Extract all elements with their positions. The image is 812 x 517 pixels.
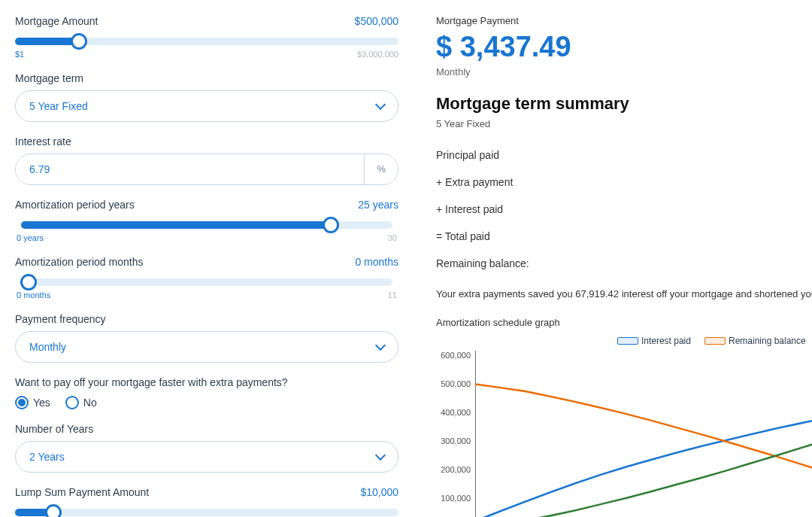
lump-sum-value: $10,000 (360, 486, 398, 498)
amort-years-slider[interactable] (15, 217, 398, 230)
mortgage-term-select[interactable]: 5 Year Fixed (15, 90, 398, 122)
amort-months-label: Amortization period months (15, 256, 143, 268)
payment-freq-select[interactable]: Monthly (15, 331, 398, 363)
num-years-select[interactable]: 2 Years (15, 441, 398, 473)
lump-sum-slider[interactable] (15, 504, 398, 517)
chart-legend: Interest paid Remaining balance Principa… (436, 336, 812, 346)
interest-rate-input[interactable] (16, 154, 364, 184)
summary-subtitle: 5 Year Fixed (436, 118, 812, 129)
num-years-label: Number of Years (15, 423, 93, 435)
amort-months-slider[interactable] (15, 274, 398, 287)
mortgage-amount-label: Mortgage Amount (15, 15, 98, 27)
mortgage-amount-min: $1 (15, 50, 24, 59)
savings-note: Your extra payments saved you 67,919.42 … (436, 287, 812, 302)
row-extra-payment: + Extra payment $ 20,000.00 (436, 169, 812, 196)
summary-title: Mortgage term summary (436, 94, 812, 114)
chart-title: Amortization schedule graph (436, 317, 812, 328)
extra-payments-label: Want to pay off your mortgage faster wit… (15, 376, 288, 388)
interest-rate-label: Interest rate (15, 135, 71, 147)
row-remaining-balance: Remaining balance: $ 428,724.45 (436, 250, 812, 277)
amort-years-label: Amortization period years (15, 199, 135, 211)
payment-freq-label: Payment frequency (15, 313, 106, 325)
mortgage-amount-max: $3,000,000 (357, 50, 398, 59)
row-interest-paid: + Interest paid $ 160,253.63 (436, 196, 812, 223)
amort-months-value: 0 months (355, 256, 398, 268)
lump-sum-label: Lump Sum Payment Amount (15, 486, 149, 498)
mortgage-amount-slider[interactable] (15, 33, 398, 47)
amort-years-min: 0 years (17, 233, 44, 242)
amort-months-max: 11 (388, 290, 397, 300)
payment-amount: $ 3,437.49 (436, 31, 812, 63)
mortgage-term-label: Mortgage term (15, 72, 83, 84)
amort-months-min: 0 months (17, 290, 50, 300)
amortization-chart (475, 351, 812, 517)
amort-years-value: 25 years (358, 199, 398, 211)
payment-header: Mortgage Payment (436, 15, 812, 26)
payment-period: Monthly (436, 66, 812, 78)
chart-y-axis: 600,000500,000400,000300,000200,000100,0… (436, 351, 475, 517)
row-total-paid: = Total paid $ 226,249.66 (436, 223, 812, 250)
interest-rate-suffix: % (364, 154, 398, 184)
amort-years-max: 30 (388, 233, 397, 242)
row-principal-paid: Principal paid $ 45,996.03 (436, 141, 812, 169)
extra-payments-no[interactable]: No (65, 396, 97, 409)
extra-payments-yes[interactable]: Yes (15, 396, 50, 409)
mortgage-amount-value: $500,000 (355, 15, 398, 27)
